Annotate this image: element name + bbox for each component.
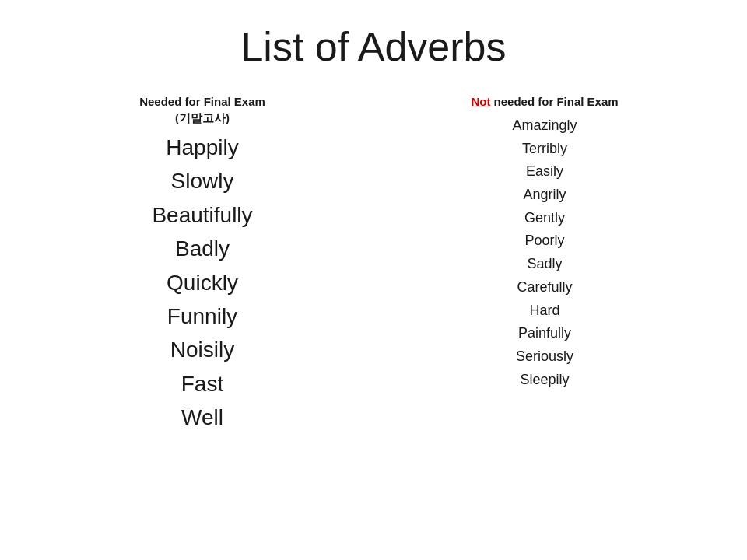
left-column-header: Needed for Final Exam (기말고사) <box>139 93 265 126</box>
right-adverb-item: Angrily <box>512 184 577 207</box>
right-adverbs-list: AmazinglyTerriblyEasilyAngrilyGentlyPoor… <box>512 114 577 391</box>
right-adverb-item: Sleepily <box>512 369 577 392</box>
right-adverb-item: Poorly <box>512 229 577 253</box>
left-adverb-item: Funnily <box>152 299 252 333</box>
left-adverb-item: Happily <box>152 131 252 164</box>
right-adverb-item: Sadly <box>512 253 577 276</box>
left-adverbs-list: HappilySlowlyBeautifullyBadlyQuicklyFunn… <box>152 131 252 435</box>
left-adverb-item: Slowly <box>152 164 252 198</box>
left-header-line1: Needed for Final Exam <box>139 95 265 108</box>
right-adverb-item: Painfully <box>512 322 577 345</box>
right-adverb-item: Hard <box>512 299 577 323</box>
left-adverb-item: Noisily <box>152 333 252 366</box>
left-adverb-item: Beautifully <box>152 198 252 232</box>
page-title: List of Adverbs <box>240 23 506 70</box>
right-adverb-item: Seriously <box>512 345 577 369</box>
left-adverb-item: Well <box>152 401 252 434</box>
page: List of Adverbs Needed for Final Exam (기… <box>0 0 747 560</box>
right-adverb-item: Easily <box>512 160 577 184</box>
not-label: Not <box>471 95 490 108</box>
left-column: Needed for Final Exam (기말고사) HappilySlow… <box>31 93 374 435</box>
right-column: Not needed for Final Exam AmazinglyTerri… <box>374 93 716 435</box>
right-adverb-item: Terribly <box>512 138 577 161</box>
right-adverb-item: Gently <box>512 207 577 230</box>
right-adverb-item: Carefully <box>512 276 577 299</box>
columns-container: Needed for Final Exam (기말고사) HappilySlow… <box>31 93 716 435</box>
left-adverb-item: Badly <box>152 232 252 265</box>
left-adverb-item: Fast <box>152 367 252 401</box>
right-adverb-item: Amazingly <box>512 114 577 138</box>
left-adverb-item: Quickly <box>152 266 252 299</box>
right-header-rest: needed for Final Exam <box>490 95 618 108</box>
left-header-korean: (기말고사) <box>175 111 230 124</box>
right-column-header: Not needed for Final Exam <box>471 93 618 110</box>
